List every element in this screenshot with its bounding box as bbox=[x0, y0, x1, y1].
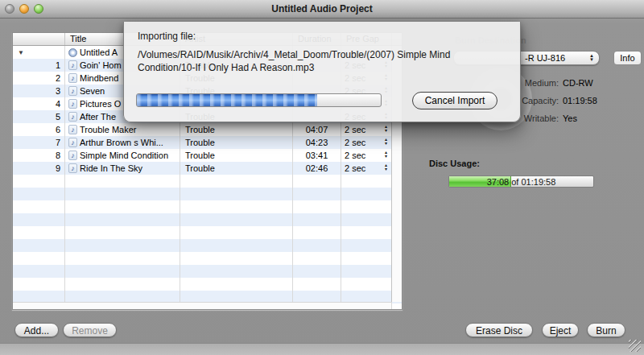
disc-usage-bar: 37:08 of 01:19:58 bbox=[448, 175, 594, 188]
horizontal-scrollbar[interactable] bbox=[13, 302, 391, 309]
burn-button[interactable]: Burn bbox=[587, 323, 625, 337]
table-row[interactable]: 9♪Ride In The SkyTrouble02:462 sec▴▾ bbox=[13, 162, 402, 175]
pregap-stepper[interactable]: ▴▾ bbox=[385, 163, 387, 171]
title-cell bbox=[65, 265, 180, 278]
track-artist: Trouble bbox=[185, 138, 215, 147]
table-row-empty bbox=[13, 265, 402, 278]
duration-cell: 04:07 bbox=[293, 123, 341, 136]
duration-cell bbox=[293, 278, 341, 291]
column-header-number[interactable] bbox=[13, 33, 65, 45]
cancel-import-button[interactable]: Cancel Import bbox=[412, 92, 497, 109]
track-title: Simple Mind Condition bbox=[80, 151, 168, 160]
row-number-cell bbox=[13, 239, 65, 252]
music-note-icon: ♪ bbox=[68, 151, 77, 160]
duration-cell: 03:41 bbox=[293, 149, 341, 162]
table-row[interactable]: 7♪Arthur Brown s Whi...Trouble04:232 sec… bbox=[13, 136, 402, 149]
row-number-cell: 4 bbox=[13, 97, 65, 110]
row-number-cell: 7 bbox=[13, 136, 65, 149]
table-row-empty bbox=[13, 239, 402, 252]
pregap-stepper[interactable]: ▴▾ bbox=[385, 138, 387, 146]
title-cell bbox=[65, 188, 180, 200]
pregap-cell bbox=[341, 200, 392, 213]
pregap-cell bbox=[341, 278, 392, 291]
import-progress-bar bbox=[136, 93, 382, 107]
info-button[interactable]: Info bbox=[613, 51, 642, 65]
track-artist: Trouble bbox=[185, 125, 215, 134]
row-number: 6 bbox=[56, 125, 60, 134]
artist-cell: Trouble bbox=[180, 136, 293, 149]
duration-cell bbox=[293, 200, 341, 213]
table-row-empty bbox=[13, 252, 402, 265]
track-title: Mindbend bbox=[80, 73, 118, 83]
row-number-cell bbox=[13, 265, 65, 278]
music-note-icon: ♪ bbox=[68, 73, 77, 83]
track-pregap: 2 sec bbox=[345, 138, 365, 147]
artist-cell: Trouble bbox=[180, 149, 293, 162]
disclosure-triangle-icon[interactable]: ▼ bbox=[18, 49, 24, 56]
track-title: Arthur Brown s Whi... bbox=[80, 138, 163, 147]
row-number-cell: 9 bbox=[13, 162, 65, 175]
artist-cell bbox=[180, 252, 293, 265]
title-cell: ♪Ride In The Sky bbox=[65, 162, 180, 175]
duration-cell: 02:46 bbox=[293, 162, 341, 175]
row-number-cell bbox=[13, 188, 65, 200]
pregap-cell: 2 sec▴▾ bbox=[341, 149, 392, 162]
pregap-stepper[interactable]: ▴▾ bbox=[385, 125, 387, 133]
artist-cell bbox=[180, 175, 293, 188]
duration-cell bbox=[293, 213, 341, 226]
duration-cell: 04:23 bbox=[293, 136, 341, 149]
pregap-cell: 2 sec▴▾ bbox=[341, 136, 392, 149]
music-note-icon: ♪ bbox=[68, 125, 77, 134]
track-duration: 04:07 bbox=[306, 125, 328, 134]
import-file-path: /Volumes/RAID/Musik/Archiv/4_Metal_Doom/… bbox=[138, 48, 484, 74]
track-title: After The bbox=[80, 112, 116, 122]
pregap-cell bbox=[341, 252, 392, 265]
row-number-cell: 5 bbox=[13, 110, 65, 123]
add-button[interactable]: Add... bbox=[14, 323, 59, 337]
artist-cell bbox=[180, 213, 293, 226]
title-bar[interactable]: Untitled Audio Project bbox=[0, 0, 644, 19]
table-row-empty bbox=[13, 213, 402, 226]
row-number-cell: 3 bbox=[13, 85, 65, 97]
title-cell bbox=[65, 252, 180, 265]
writable-value: Yes bbox=[563, 114, 577, 123]
medium-value: CD-RW bbox=[563, 78, 593, 88]
table-row-empty bbox=[13, 175, 402, 188]
table-row[interactable]: 6♪Trouble MakerTrouble04:072 sec▴▾ bbox=[13, 123, 402, 136]
pregap-cell bbox=[341, 265, 392, 278]
resize-grip[interactable] bbox=[629, 340, 641, 352]
duration-cell bbox=[293, 226, 341, 239]
remove-button[interactable]: Remove bbox=[63, 323, 117, 337]
music-note-icon: ♪ bbox=[68, 99, 77, 109]
disc-usage-text: 37:08 of 01:19:58 bbox=[449, 177, 593, 187]
eject-button[interactable]: Eject bbox=[542, 323, 579, 337]
track-pregap: 2 sec bbox=[345, 151, 365, 160]
artist-cell bbox=[180, 200, 293, 213]
import-progress-fill bbox=[137, 94, 317, 106]
pregap-cell bbox=[341, 239, 392, 252]
row-number-cell: 2 bbox=[13, 72, 65, 85]
chevron-up-down-icon: ▲▼ bbox=[589, 54, 594, 62]
title-cell bbox=[65, 175, 180, 188]
music-note-icon: ♪ bbox=[68, 138, 77, 147]
row-number: 3 bbox=[56, 86, 60, 96]
title-cell: ♪Simple Mind Condition bbox=[65, 149, 180, 162]
track-title: Goin' Hom bbox=[80, 60, 122, 70]
track-artist: Trouble bbox=[185, 163, 215, 173]
title-cell bbox=[65, 213, 180, 226]
row-number: 1 bbox=[56, 60, 60, 70]
row-number-cell: ▼ bbox=[13, 46, 65, 59]
row-number-cell: 6 bbox=[13, 123, 65, 136]
table-row[interactable]: 8♪Simple Mind ConditionTrouble03:412 sec… bbox=[13, 149, 402, 162]
pregap-stepper[interactable]: ▴▾ bbox=[385, 151, 387, 159]
table-row-empty bbox=[13, 278, 402, 291]
track-pregap: 2 sec bbox=[345, 125, 365, 134]
artist-cell bbox=[180, 226, 293, 239]
title-cell bbox=[65, 200, 180, 213]
row-number-cell bbox=[13, 213, 65, 226]
row-number: 5 bbox=[56, 112, 60, 122]
artist-cell bbox=[180, 278, 293, 291]
pregap-cell bbox=[341, 175, 392, 188]
erase-disc-button[interactable]: Erase Disc bbox=[465, 323, 533, 337]
pregap-cell: 2 sec▴▾ bbox=[341, 162, 392, 175]
